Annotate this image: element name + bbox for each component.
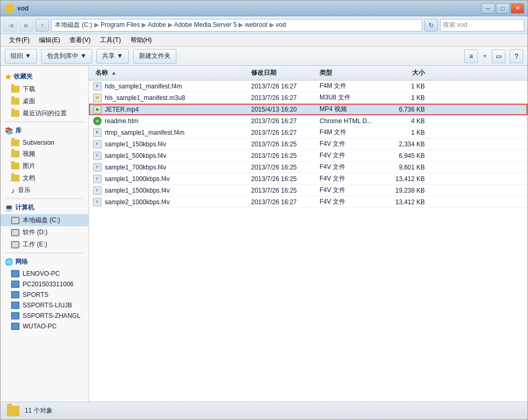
menu-view[interactable]: 查看(V) xyxy=(65,35,95,46)
sidebar-item-music[interactable]: ♪ 音乐 xyxy=(1,184,88,196)
file-type-cell: Chrome HTML D... xyxy=(320,117,383,125)
table-row[interactable]: F sample1_500kbps.f4v 2013/7/26 16:25 F4… xyxy=(89,150,527,162)
file-icon: e xyxy=(93,117,102,125)
sidebar-item-local-disk-c[interactable]: 本地磁盘 (C:) xyxy=(1,214,88,226)
sidebar-item-lenovo-pc[interactable]: LENOVO-PC xyxy=(1,268,88,279)
sidebar-item-pc201503311006[interactable]: PC201503311006 xyxy=(1,279,88,289)
menu-edit[interactable]: 编辑(E) xyxy=(35,35,64,46)
sidebar-item-wutao-pc[interactable]: WUTAO-PC xyxy=(1,321,88,332)
breadcrumb[interactable]: 本地磁盘 (C:) ▶ Program Files ▶ Adobe ▶ Adob… xyxy=(51,19,422,32)
menu-help[interactable]: 帮助(H) xyxy=(126,35,156,46)
file-icon: F xyxy=(93,82,102,91)
menu-tools[interactable]: 工具(T) xyxy=(96,35,125,46)
close-button[interactable]: ✕ xyxy=(511,3,524,14)
maximize-button[interactable]: □ xyxy=(496,3,510,14)
divider-1 xyxy=(5,122,84,122)
sidebar-item-subversion[interactable]: Subversion xyxy=(1,137,88,148)
file-name-cell: F sample1_1000kbps.f4v xyxy=(93,175,251,183)
library-button[interactable]: 包含到库中 ▼ xyxy=(41,49,92,64)
sidebar-music-label: 音乐 xyxy=(18,186,31,195)
back-button[interactable]: ◀ xyxy=(4,19,17,32)
column-header-name[interactable]: 名称 ▲ xyxy=(93,68,251,77)
view-dropdown-arrow[interactable]: ▼ xyxy=(482,53,487,59)
music-icon: ♪ xyxy=(11,186,15,195)
column-header-size[interactable]: 大小 xyxy=(383,68,425,77)
sidebar-computer-title[interactable]: 💻 计算机 xyxy=(1,201,88,214)
file-type-cell: F4V 文件 xyxy=(320,139,383,148)
folder-icon xyxy=(11,151,19,157)
sidebar-item-disk-d[interactable]: 软件 (D:) xyxy=(1,226,88,238)
file-size-cell: 13,412 KB xyxy=(383,198,425,206)
table-row[interactable]: F sample1_700kbps.f4v 2013/7/26 16:25 F4… xyxy=(89,162,527,173)
title-bar: vod ─ □ ✕ xyxy=(1,1,527,16)
library-icon: 📚 xyxy=(5,127,13,135)
file-type-cell: F4V 文件 xyxy=(320,151,383,160)
file-type-cell: F4M 文件 xyxy=(320,82,383,91)
share-label: 共享 ▼ xyxy=(102,52,123,61)
sidebar-item-documents[interactable]: 文档 xyxy=(1,172,88,184)
file-icon: F xyxy=(93,186,102,195)
view-icon-button[interactable]: ≡ xyxy=(464,49,478,63)
f4m-icon: F xyxy=(93,82,102,91)
table-row[interactable]: F sample1_1000kbps.f4v 2013/7/26 16:25 F… xyxy=(89,173,527,185)
file-date-cell: 2013/7/26 16:25 xyxy=(251,187,320,194)
file-icon: M xyxy=(93,94,102,102)
status-count: 11 个对象 xyxy=(25,406,53,415)
file-name: rtmp_sample1_manifest.f4m xyxy=(105,129,184,136)
table-row[interactable]: F hds_sample1_manifest.f4m 2013/7/26 16:… xyxy=(89,81,527,92)
sidebar-item-disk-e[interactable]: 工作 (E:) xyxy=(1,238,88,251)
table-row[interactable]: ▶ JETER.mp4 2015/4/13 16:20 MP4 视频 6,736… xyxy=(89,104,527,115)
search-icon[interactable]: 🔍 xyxy=(524,19,524,32)
file-name: sample2_1000kbps.f4v xyxy=(105,198,170,206)
sidebar-favorites-title[interactable]: ★ 收藏夹 xyxy=(1,70,88,83)
table-row[interactable]: M hls_sample1_manifest.m3u8 2013/7/26 16… xyxy=(89,92,527,104)
library-label: 库 xyxy=(15,126,22,135)
sidebar-item-downloads[interactable]: 下载 xyxy=(1,83,88,95)
table-row[interactable]: F sample1_1500kbps.f4v 2013/7/26 16:25 F… xyxy=(89,185,527,196)
forward-button[interactable]: ▶ xyxy=(19,19,33,32)
organize-button[interactable]: 组织 ▼ xyxy=(5,49,37,64)
sidebar-item-desktop[interactable]: 桌面 xyxy=(1,95,88,107)
sidebar-item-sports[interactable]: SPORTS xyxy=(1,289,88,300)
sidebar-item-pictures[interactable]: 图片 xyxy=(1,160,88,172)
menu-bar: 文件(F) 编辑(E) 查看(V) 工具(T) 帮助(H) xyxy=(1,34,527,47)
sidebar-library-title[interactable]: 📚 库 xyxy=(1,124,88,137)
refresh-button[interactable]: ↻ xyxy=(424,19,438,32)
preview-pane-button[interactable]: ▭ xyxy=(492,49,505,63)
file-size-cell: 4 KB xyxy=(383,117,425,125)
folder-icon xyxy=(11,139,19,146)
minimize-button[interactable]: ─ xyxy=(481,3,495,14)
new-folder-button[interactable]: 新建文件夹 xyxy=(133,49,176,64)
star-icon: ★ xyxy=(5,73,12,81)
help-button[interactable]: ? xyxy=(510,49,523,63)
file-type-cell: F4V 文件 xyxy=(320,186,383,195)
file-date-cell: 2013/7/26 16:27 xyxy=(251,83,320,90)
sidebar-item-recent[interactable]: 最近访问的位置 xyxy=(1,107,88,119)
file-size-cell: 1 KB xyxy=(383,129,425,136)
table-row[interactable]: e readme.htm 2013/7/26 16:27 Chrome HTML… xyxy=(89,115,527,127)
sidebar-item-ssports-liujb[interactable]: SSPORTS-LIUJB xyxy=(1,300,88,311)
file-list-header: 名称 ▲ 修改日期 类型 大小 xyxy=(89,66,527,81)
file-date-cell: 2013/7/26 16:25 xyxy=(251,141,320,148)
file-type-cell: M3U8 文件 xyxy=(320,93,383,102)
table-row[interactable]: F sample1_150kbps.f4v 2013/7/26 16:25 F4… xyxy=(89,138,527,150)
up-button[interactable]: ↑ xyxy=(35,19,49,32)
sidebar-network-title[interactable]: 🌐 网络 xyxy=(1,255,88,268)
file-size-cell: 6,945 KB xyxy=(383,152,425,159)
file-name: hls_sample1_manifest.m3u8 xyxy=(105,94,185,102)
share-button[interactable]: 共享 ▼ xyxy=(96,49,128,64)
menu-file[interactable]: 文件(F) xyxy=(5,35,34,46)
f4v-icon: F xyxy=(93,186,102,195)
table-row[interactable]: F sample2_1000kbps.f4v 2013/7/26 16:27 F… xyxy=(89,196,527,208)
file-type-cell: MP4 视频 xyxy=(320,105,383,114)
file-date-cell: 2013/7/26 16:25 xyxy=(251,175,320,183)
sidebar-item-ssports-zhangl[interactable]: SSPORTS-ZHANGL xyxy=(1,311,88,321)
sidebar-local-disk-c-label: 本地磁盘 (C:) xyxy=(23,216,60,225)
search-input[interactable] xyxy=(441,22,524,29)
column-header-date[interactable]: 修改日期 xyxy=(251,68,320,77)
table-row[interactable]: F rtmp_sample1_manifest.f4m 2013/7/26 16… xyxy=(89,127,527,138)
sidebar-item-video[interactable]: 视频 xyxy=(1,148,88,160)
m3u8-icon: M xyxy=(93,94,102,102)
window: vod ─ □ ✕ ◀ ▶ ↑ 本地磁盘 (C:) ▶ Program File… xyxy=(0,0,528,420)
column-header-type[interactable]: 类型 xyxy=(320,68,383,77)
